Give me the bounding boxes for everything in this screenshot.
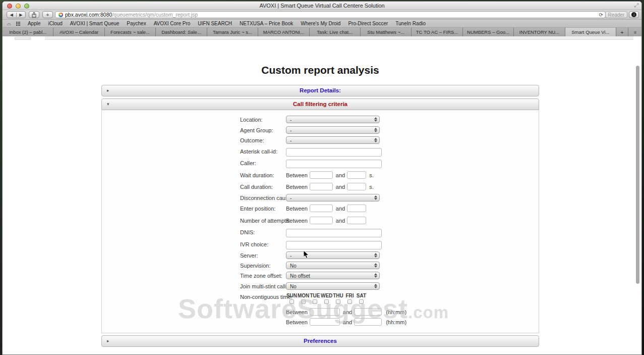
form-row: Agent Group:- (102, 126, 539, 137)
form-row: Non-contiguous time:SUNMONTUEWEDTHUFRISA… (102, 293, 539, 304)
range-to-input[interactable] (354, 318, 382, 326)
range-from-input[interactable] (310, 318, 340, 326)
tab-strip: Inbox (2) – pabl...AVOXI – CalendarForec… (3, 28, 616, 36)
dropdown-value: - (290, 117, 291, 123)
between-range: Betweenand(hh:mm) (286, 318, 406, 326)
address-bar[interactable]: pbx.avoxi.com:8080 /queuemetrics/qm/cust… (55, 11, 606, 18)
back-button[interactable]: ◀ (7, 13, 17, 17)
dropdown-select[interactable]: - (286, 126, 380, 134)
text-input[interactable] (286, 229, 382, 237)
tab-label: INVENTORY NU... (519, 29, 559, 35)
fullscreen-icon[interactable]: ⤢ (634, 2, 638, 9)
browser-tab[interactable]: Stu Matthews ~... (361, 28, 412, 36)
browser-toolbar: ◀ ▶ + pbx.avoxi.com:8080 /queuemetrics/q… (3, 10, 641, 20)
range-from-input[interactable] (310, 171, 333, 179)
bookmark-item[interactable]: Paychex (127, 21, 146, 26)
field-control: Betweenands. (286, 171, 374, 179)
weekday-checkbox[interactable] (289, 299, 294, 304)
section-header-preferences[interactable]: ▸ Preferences (101, 335, 539, 347)
browser-tab[interactable]: Dashboard: Sale... (156, 28, 207, 36)
text-input[interactable] (286, 148, 382, 157)
range-from-input[interactable] (310, 205, 333, 212)
range-to-input[interactable] (354, 308, 382, 316)
page-content: Custom report analysis ▸ Report Details:… (3, 36, 641, 354)
bookmark-item[interactable]: AVOXI | Smart Queue (70, 21, 119, 26)
browser-tab[interactable]: TC TO AC – FIRS... (412, 28, 462, 36)
tab-label: Task: Live chat... (317, 29, 353, 35)
new-tab-button[interactable]: + (616, 28, 628, 36)
dropdown-select[interactable]: No (286, 282, 380, 290)
field-control (286, 240, 382, 249)
between-label: Between (286, 172, 308, 178)
dropdown-stepper-icon (374, 284, 377, 288)
text-input[interactable] (286, 160, 382, 168)
bookmark-item[interactable]: Pro-Direct Soccer (348, 21, 388, 26)
field-control: No offset (286, 272, 380, 279)
and-label: and (336, 184, 345, 190)
dropdown-select[interactable]: No (286, 262, 380, 269)
field-label: Outcome: (240, 137, 264, 143)
form-row: Server:- (102, 251, 539, 263)
bookmark-item[interactable]: TuneIn Radio (395, 21, 426, 26)
dropdown-select[interactable]: - (286, 116, 380, 123)
dropdown-stepper-icon (374, 263, 377, 268)
form-row: Call duration:Betweenands. (102, 183, 539, 194)
reload-icon[interactable]: ⟳ (599, 12, 603, 18)
weekday-checkbox[interactable] (336, 299, 340, 304)
weekday-checkbox[interactable] (359, 299, 364, 304)
between-label: Between (286, 184, 308, 190)
browser-tab[interactable]: MARCO ANTONI... (258, 28, 309, 36)
text-input[interactable] (286, 241, 382, 249)
new-tab-toolbar-button[interactable]: + (42, 11, 53, 18)
unit-label: s. (369, 172, 374, 178)
section-header-report-details[interactable]: ▸ Report Details: (101, 85, 539, 96)
browser-tab[interactable]: NUMBERS – Goo... (463, 28, 514, 36)
and-label: and (336, 206, 345, 212)
weekday-checkbox[interactable] (313, 299, 317, 304)
browser-tab[interactable]: Forecasts ~ sale... (105, 28, 156, 36)
field-label: Number of attempts: (240, 218, 290, 224)
weekday-checkbox[interactable] (301, 299, 306, 304)
field-control: Betweenand(hh:mm) (286, 308, 406, 316)
browser-tab[interactable]: INVENTORY NU... (514, 28, 565, 36)
field-control (286, 228, 382, 237)
range-from-input[interactable] (310, 308, 340, 316)
browser-tab[interactable]: Smart Queue Vi... (565, 28, 616, 36)
bookmark-item[interactable]: Where's My Droid (301, 21, 340, 26)
weekday-checkbox[interactable] (347, 299, 352, 304)
range-from-input[interactable] (310, 217, 333, 224)
browser-tab[interactable]: AVOXI – Calendar (53, 28, 104, 36)
reader-button[interactable]: Reader (605, 11, 627, 18)
browser-tab[interactable]: Tamara Juric ~ s... (207, 28, 258, 36)
bookmark-item[interactable]: UIFN SEARCH (198, 21, 232, 26)
reading-list-icon[interactable]: ⌓ (7, 21, 11, 27)
bookmark-item[interactable]: iCloud (48, 21, 63, 26)
bookmark-item[interactable]: Apple (28, 21, 41, 26)
bookmark-item[interactable]: AVOXI Core Pro (154, 21, 191, 26)
downloads-button[interactable]: ↓ (629, 11, 639, 18)
range-to-input[interactable] (347, 171, 366, 179)
dropdown-value: - (290, 128, 291, 133)
range-to-input[interactable] (347, 183, 366, 190)
forward-button[interactable]: ▶ (17, 13, 26, 17)
checkbox-cell (286, 299, 298, 304)
between-range: Betweenands. (286, 183, 374, 190)
section-header-call-filtering[interactable]: ▾ Call filtering criteria (101, 98, 539, 110)
tab-overview-button[interactable]: ≡ (628, 28, 641, 36)
top-sites-icon[interactable] (16, 22, 20, 26)
dropdown-select[interactable]: - (286, 136, 380, 144)
scrollbar-thumb[interactable] (636, 66, 639, 284)
weekday-checkbox[interactable] (324, 299, 329, 304)
range-to-input[interactable] (347, 205, 366, 212)
dropdown-select[interactable]: - (286, 194, 380, 201)
range-to-input[interactable] (347, 217, 366, 224)
range-from-input[interactable] (310, 183, 333, 190)
browser-tab[interactable]: Task: Live chat... (310, 28, 361, 36)
field-control: - (286, 251, 380, 259)
dropdown-select[interactable]: - (286, 251, 380, 259)
bookmark-item[interactable]: NETXUSA – Price Book (240, 21, 293, 26)
browser-tab[interactable]: Inbox (2) – pabl... (3, 28, 53, 36)
dropdown-select[interactable]: No offset (286, 272, 380, 279)
share-button[interactable] (29, 11, 39, 18)
field-label: Caller: (240, 160, 256, 166)
